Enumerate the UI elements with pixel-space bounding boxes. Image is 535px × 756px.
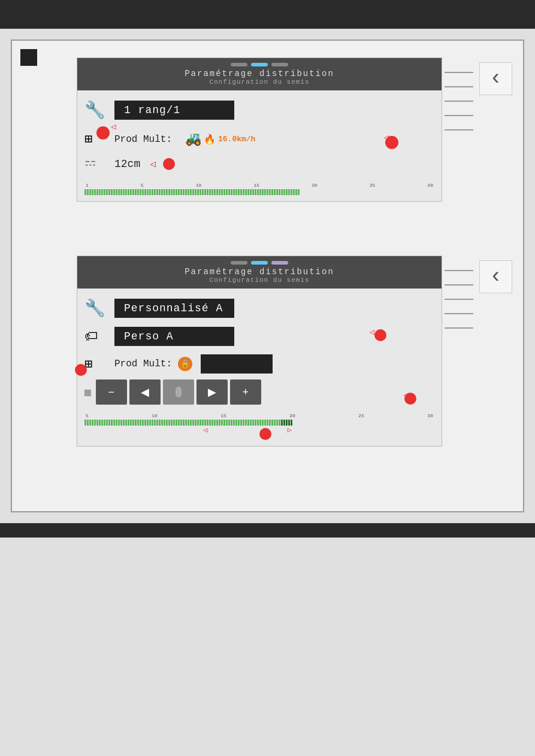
panel1-rang-value[interactable]: 1 rang/1: [114, 101, 234, 120]
speed-display: 16.0km/h: [218, 135, 255, 144]
chevron-left-icon-2: ‹: [489, 266, 503, 288]
panel2-title: Paramétrage distribution: [84, 267, 434, 277]
seed-icon-1: ⊞: [84, 131, 108, 147]
top-bar: [0, 0, 535, 29]
brick-icon: ▦: [84, 385, 91, 399]
minus-button[interactable]: −: [96, 379, 127, 405]
panel1-body: 🔧 1 rang/1 ◁ ⊞ Prod Mult:: [77, 90, 442, 201]
pill-icon: [174, 385, 183, 399]
right-line-1-1: [445, 72, 473, 73]
right-line-2-5: [445, 327, 473, 329]
panel1-right: ‹: [445, 57, 510, 130]
wrench-icon-2: 🔧: [84, 298, 108, 318]
right-line-2-4: [445, 313, 473, 314]
panel2-prod-value: [201, 354, 273, 374]
panel2-perso-value[interactable]: Personnalisé A: [114, 299, 234, 318]
plus-button[interactable]: +: [230, 379, 261, 405]
right-line-2-2: [445, 284, 473, 286]
red-circle-3: [163, 158, 175, 170]
fire-icon: 🔥: [204, 133, 216, 145]
lock-badge: 🔒: [178, 357, 192, 371]
right-line-1-3: [445, 101, 473, 102]
arrow-2: ◁: [384, 132, 389, 142]
scale-bar-2: 51015202530: [84, 411, 434, 441]
panel2-body: 🔧 Personnalisé A 🏷 Perso A ◁: [77, 289, 442, 446]
red-circle-7: [259, 428, 271, 440]
panel2: Paramétrage distribution Configuration d…: [77, 256, 442, 447]
arrow-6: ◁: [403, 390, 408, 400]
scale-bar-1: 151015202530: [84, 180, 434, 196]
ctrl-btn-row: ▦ − ◀ ▶ +: [84, 379, 434, 405]
right-line-2-3: [445, 299, 473, 300]
right-line-2-1: [445, 270, 473, 271]
panel1-title: Paramétrage distribution: [84, 69, 434, 78]
right-arrow-button[interactable]: ▶: [197, 379, 228, 405]
right-line-1-2: [445, 86, 473, 87]
arrow-1: ◁: [111, 122, 116, 132]
panel2-perso-name[interactable]: Perso A: [114, 327, 234, 346]
back-btn-1[interactable]: ‹: [479, 62, 512, 95]
right-line-1-5: [445, 129, 473, 130]
panel2-section: Paramétrage distribution Configuration d…: [53, 256, 512, 470]
panel1-section: Paramétrage distribution Configuration d…: [53, 57, 512, 226]
panel1-header: Paramétrage distribution Configuration d…: [77, 58, 442, 90]
tractor-icon: 🚜: [185, 131, 201, 147]
black-square: [20, 49, 37, 66]
panel2-right: ‹: [445, 256, 510, 329]
panel1-prod-label: Prod Mult:: [114, 134, 174, 145]
back-btn-2[interactable]: ‹: [479, 260, 512, 293]
panel1: Paramétrage distribution Configuration d…: [77, 57, 442, 202]
red-circle-5: [75, 364, 87, 376]
wrench-icon-1: 🔧: [84, 100, 108, 120]
left-arrow-button[interactable]: ◀: [129, 379, 161, 405]
panel2-prod-label: Prod Mult:: [114, 359, 172, 369]
chevron-left-icon-1: ‹: [489, 68, 503, 90]
pill-button[interactable]: [163, 379, 194, 405]
right-line-1-4: [445, 115, 473, 116]
tag-icon: 🏷: [84, 329, 108, 345]
red-arrow-3: ◁: [150, 158, 156, 170]
panel2-header: Paramétrage distribution Configuration d…: [77, 256, 442, 289]
arrow-4: ◁: [370, 327, 374, 337]
arrow-scale-right: ▷: [288, 426, 292, 435]
main-container: Paramétrage distribution Configuration d…: [11, 40, 524, 512]
arrow-scale-left: ◁: [204, 426, 208, 435]
panel1-subtitle: Configuration du semis: [84, 78, 434, 86]
bottom-bar: [0, 523, 535, 538]
seed-icon-2: ⊞: [84, 356, 108, 372]
wheat-icon-1: 𝌂: [84, 156, 108, 172]
panel1-cm-value: 12cm: [114, 158, 140, 170]
red-circle-4: [374, 329, 386, 341]
panel2-subtitle: Configuration du semis: [84, 277, 434, 284]
